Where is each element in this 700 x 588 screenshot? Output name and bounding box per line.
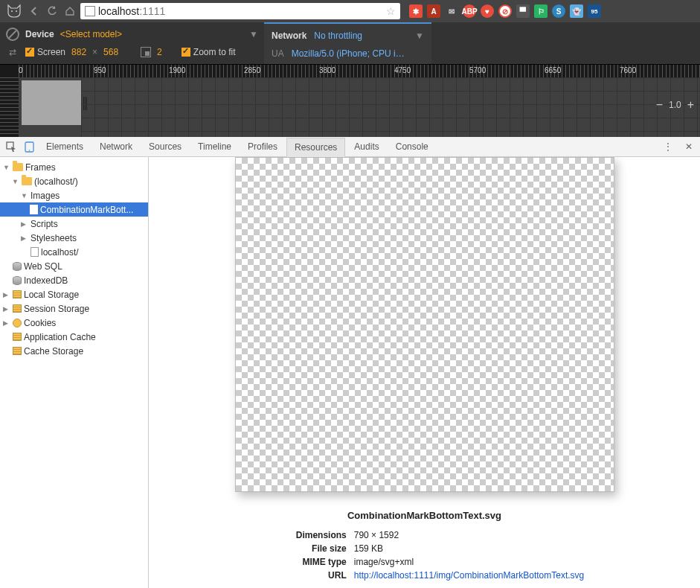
ext-icon[interactable]: ⊘ bbox=[498, 4, 512, 18]
meta-filesize: 159 KB bbox=[354, 542, 383, 555]
screen-width[interactable]: 882 bbox=[71, 47, 86, 57]
ruler-tick: 3800 bbox=[319, 66, 335, 74]
tab-audits[interactable]: Audits bbox=[347, 138, 386, 156]
tree-stylesheets[interactable]: Stylesheets bbox=[0, 231, 148, 245]
preview-filename: CombinationMarkBottomText.svg bbox=[347, 510, 501, 521]
tree-selected-file[interactable]: CombinationMarkBott... bbox=[0, 202, 148, 217]
svg-point-1 bbox=[16, 10, 17, 12]
ext-icon[interactable]: 95 bbox=[588, 4, 601, 18]
bookmark-star-icon[interactable]: ☆ bbox=[386, 5, 396, 17]
tab-sources[interactable]: Sources bbox=[141, 138, 189, 156]
back-button[interactable] bbox=[27, 4, 42, 19]
tree-sessionstorage[interactable]: Session Storage bbox=[0, 301, 148, 316]
image-preview bbox=[235, 157, 614, 492]
page-icon bbox=[85, 6, 95, 16]
zoom-fit-checkbox[interactable]: Zoom to fit bbox=[182, 47, 236, 57]
tree-indexeddb[interactable]: IndexedDB bbox=[0, 273, 148, 287]
meta-mime: image/svg+xml bbox=[354, 555, 414, 569]
tab-elements[interactable]: Elements bbox=[39, 138, 91, 156]
toggle-icon[interactable]: ⇄ bbox=[6, 45, 19, 59]
tree-cachestorage[interactable]: Cache Storage bbox=[0, 344, 148, 358]
inspect-icon[interactable] bbox=[3, 138, 19, 155]
viewport-area: − 1.0 + bbox=[0, 77, 700, 137]
ruler-tick: 0 bbox=[19, 66, 23, 74]
tree-localhost[interactable]: (localhost/) bbox=[0, 174, 148, 188]
tree-localhost-file[interactable]: localhost/ bbox=[0, 245, 148, 259]
horizontal-ruler: 09501900285038004750570066507600 bbox=[0, 64, 700, 77]
ext-icon[interactable]: ▝▘ bbox=[516, 4, 530, 18]
screen-checkbox[interactable]: Screen bbox=[25, 47, 65, 57]
ruler-tick: 4750 bbox=[394, 66, 411, 74]
ext-icon[interactable]: ⚐ bbox=[534, 4, 548, 18]
meta-dimensions: 790 × 1592 bbox=[354, 528, 399, 542]
tree-localstorage[interactable]: Local Storage bbox=[0, 287, 148, 301]
ext-icon[interactable]: A bbox=[427, 4, 440, 18]
tab-profiles[interactable]: Profiles bbox=[240, 138, 285, 156]
svg-point-0 bbox=[11, 10, 13, 12]
browser-toolbar: localhost:1111 ☆ ✱ A ✉ ABP ♥ ⊘ ▝▘ ⚐ S 👻 … bbox=[0, 0, 700, 22]
tree-websql[interactable]: Web SQL bbox=[0, 259, 148, 273]
tree-images[interactable]: Images bbox=[0, 188, 148, 202]
ruler-tick: 6650 bbox=[545, 66, 561, 74]
ua-value[interactable]: Mozilla/5.0 (iPhone; CPU iPhon... bbox=[292, 48, 411, 59]
tab-resources[interactable]: Resources bbox=[286, 138, 345, 157]
preview-metadata: Dimensions790 × 1592 File size159 KB MIM… bbox=[265, 528, 584, 582]
dpr-icon bbox=[141, 47, 151, 57]
tree-scripts[interactable]: Scripts bbox=[0, 217, 148, 231]
screen-height[interactable]: 568 bbox=[103, 47, 118, 57]
reload-button[interactable] bbox=[45, 4, 60, 19]
ruler-tick: 1900 bbox=[169, 66, 185, 74]
devtools-tabs: Elements Network Sources Timeline Profil… bbox=[0, 137, 700, 157]
resources-sidebar: Frames (localhost/) Images CombinationMa… bbox=[0, 157, 149, 588]
emulated-screen[interactable] bbox=[22, 80, 81, 125]
ruler-tick: 2850 bbox=[244, 66, 260, 74]
tree-cookies[interactable]: Cookies bbox=[0, 316, 148, 330]
close-icon[interactable]: ✕ bbox=[681, 138, 697, 155]
device-caret-icon[interactable]: ▼ bbox=[249, 29, 258, 39]
tree-appcache[interactable]: Application Cache bbox=[0, 330, 148, 344]
more-icon[interactable]: ⋮ bbox=[660, 138, 676, 155]
dpr-value[interactable]: 2 bbox=[157, 47, 162, 57]
ruler-tick: 5700 bbox=[469, 66, 486, 74]
tree-frames[interactable]: Frames bbox=[0, 160, 148, 174]
zoom-control: − 1.0 + bbox=[656, 98, 694, 112]
throttling-select[interactable]: No throttling bbox=[314, 31, 362, 41]
url-text: localhost:1111 bbox=[98, 5, 165, 17]
zoom-out-button[interactable]: − bbox=[656, 98, 663, 112]
throttling-caret-icon[interactable]: ▼ bbox=[415, 31, 424, 41]
ext-icon[interactable]: 👻 bbox=[570, 4, 583, 18]
home-button[interactable] bbox=[62, 4, 77, 19]
svg-point-4 bbox=[28, 150, 30, 151]
ext-icon[interactable]: S bbox=[552, 4, 565, 18]
device-label: Device bbox=[25, 29, 54, 39]
ruler-tick: 950 bbox=[94, 66, 106, 74]
ua-label: UA bbox=[272, 48, 284, 59]
tab-console[interactable]: Console bbox=[388, 138, 436, 156]
browser-logo bbox=[4, 1, 24, 21]
tab-network[interactable]: Network bbox=[92, 138, 140, 156]
zoom-in-button[interactable]: + bbox=[687, 98, 694, 112]
ruler-tick: 7600 bbox=[620, 66, 636, 74]
ext-icon[interactable]: ✉ bbox=[445, 4, 458, 18]
vertical-ruler bbox=[0, 77, 19, 137]
extension-icons: ✱ A ✉ ABP ♥ ⊘ ▝▘ ⚐ S 👻 95 bbox=[409, 4, 601, 18]
tab-timeline[interactable]: Timeline bbox=[190, 138, 239, 156]
ext-icon[interactable]: ✱ bbox=[409, 4, 423, 18]
devtools-body: Frames (localhost/) Images CombinationMa… bbox=[0, 157, 700, 588]
network-panel: Network No throttling ▼ UA Mozilla/5.0 (… bbox=[264, 22, 431, 64]
network-label: Network bbox=[272, 31, 306, 41]
device-mode-icon[interactable] bbox=[21, 138, 37, 155]
meta-url[interactable]: http://localhost:1111/img/CombinationMar… bbox=[354, 569, 584, 582]
ext-icon[interactable]: ABP bbox=[463, 4, 476, 18]
device-select[interactable]: <Select model> bbox=[60, 29, 243, 39]
zoom-value: 1.0 bbox=[669, 100, 681, 110]
address-bar[interactable]: localhost:1111 ☆ bbox=[80, 3, 400, 19]
device-emulation-bar: Device <Select model> ▼ ⇄ Screen 882 × 5… bbox=[0, 22, 700, 64]
ext-icon[interactable]: ♥ bbox=[481, 4, 494, 18]
no-device-icon[interactable] bbox=[6, 28, 19, 41]
resource-preview: CombinationMarkBottomText.svg Dimensions… bbox=[149, 157, 700, 588]
